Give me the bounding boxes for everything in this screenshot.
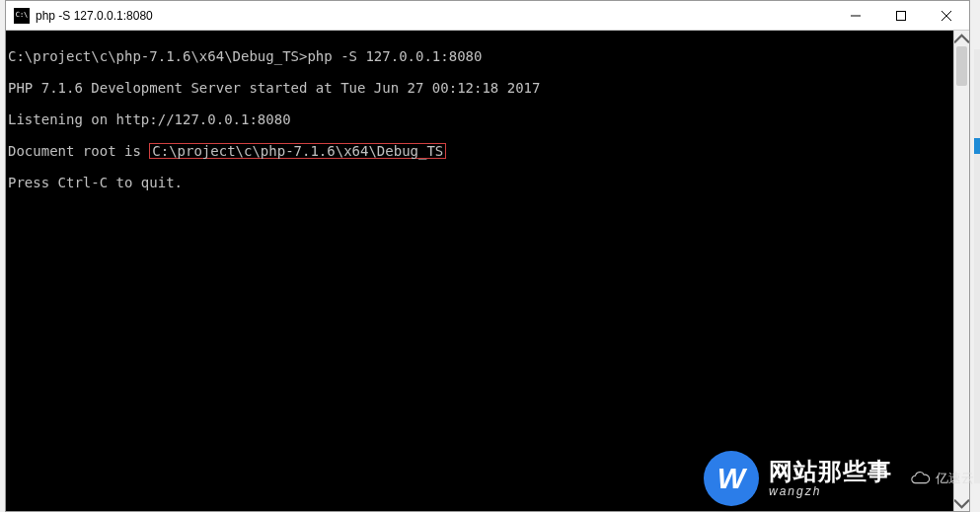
- command-text: php -S 127.0.0.1:8080: [307, 48, 482, 64]
- scroll-up-button[interactable]: [954, 31, 969, 46]
- titlebar[interactable]: php -S 127.0.0.1:8080: [6, 1, 969, 31]
- scrollbar-track[interactable]: [954, 46, 969, 495]
- output-line: PHP 7.1.6 Development Server started at …: [8, 80, 951, 96]
- chevron-down-icon: [954, 496, 969, 511]
- minimize-button[interactable]: [833, 1, 878, 30]
- chevron-up-icon: [954, 32, 969, 46]
- console-area: C:\project\c\php-7.1.6\x64\Debug_TS>php …: [6, 31, 969, 511]
- minimize-icon: [851, 11, 861, 21]
- vertical-scrollbar[interactable]: [953, 31, 969, 511]
- scroll-down-button[interactable]: [954, 495, 969, 511]
- output-line: Listening on http://127.0.0.1:8080: [8, 111, 951, 127]
- output-line: Press Ctrl-C to quit.: [8, 175, 951, 190]
- cmd-icon: [14, 8, 30, 24]
- window-title: php -S 127.0.0.1:8080: [36, 9, 833, 23]
- svg-rect-1: [897, 11, 906, 20]
- background-partial: [974, 49, 980, 483]
- window-controls: [833, 1, 969, 30]
- console-window: php -S 127.0.0.1:8080 C:\project\c\php-7…: [5, 0, 970, 512]
- docroot-highlight: C:\project\c\php-7.1.6\x64\Debug_TS: [149, 143, 446, 159]
- maximize-icon: [896, 11, 906, 21]
- prompt-line: C:\project\c\php-7.1.6\x64\Debug_TS>php …: [8, 48, 951, 64]
- output-line: Document root is C:\project\c\php-7.1.6\…: [8, 143, 951, 159]
- close-button[interactable]: [924, 1, 969, 30]
- prompt-path: C:\project\c\php-7.1.6\x64\Debug_TS>: [8, 48, 307, 64]
- maximize-button[interactable]: [878, 1, 924, 30]
- scrollbar-thumb[interactable]: [956, 46, 967, 86]
- docroot-prefix: Document root is: [8, 143, 149, 159]
- close-icon: [942, 11, 951, 21]
- console-output[interactable]: C:\project\c\php-7.1.6\x64\Debug_TS>php …: [6, 31, 953, 511]
